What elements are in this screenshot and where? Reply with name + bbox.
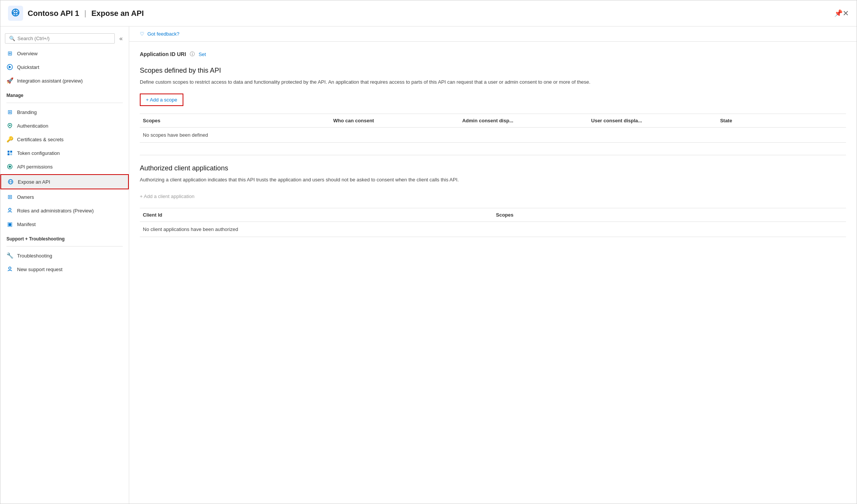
certificates-icon: 🔑 — [6, 136, 13, 143]
authorized-section: Authorized client applications Authorizi… — [140, 164, 846, 237]
sidebar-item-label: Roles and administrators (Preview) — [17, 208, 94, 214]
search-icon: 🔍 — [9, 36, 15, 41]
scopes-desc: Define custom scopes to restrict access … — [140, 78, 670, 86]
sidebar-item-label: Overview — [17, 51, 38, 56]
client-table-header: Client Id Scopes — [140, 208, 846, 222]
authorized-desc: Authorizing a client application indicat… — [140, 176, 670, 184]
support-section-label: Support + Troubleshooting — [0, 231, 129, 244]
sidebar-item-token[interactable]: Token configuration — [0, 146, 129, 160]
svg-rect-6 — [8, 153, 9, 155]
owners-icon: ⊞ — [6, 193, 13, 200]
sidebar-item-manifest[interactable]: ▣ Manifest — [0, 217, 129, 231]
expose-api-icon — [7, 178, 14, 185]
client-id-col-header: Client Id — [140, 212, 493, 218]
scopes-table: Scopes Who can consent Admin consent dis… — [140, 114, 846, 143]
app-icon — [8, 6, 23, 21]
svg-rect-7 — [10, 153, 12, 155]
sidebar-item-branding[interactable]: ⊞ Branding — [0, 105, 129, 119]
manifest-icon: ▣ — [6, 221, 13, 228]
pin-icon[interactable]: 📌 — [834, 9, 843, 17]
authorized-title: Authorized client applications — [140, 164, 846, 172]
sidebar-item-authentication[interactable]: Authentication — [0, 119, 129, 133]
scopes-title: Scopes defined by this API — [140, 67, 846, 75]
roles-icon — [6, 207, 13, 214]
section-divider — [140, 155, 846, 155]
sidebar-item-overview[interactable]: ⊞ Overview — [0, 47, 129, 60]
main-content: ♡ Got feedback? Application ID URI ⓘ Set… — [129, 27, 857, 504]
branding-icon: ⊞ — [6, 109, 13, 115]
integration-icon: 🚀 — [6, 77, 13, 84]
user-consent-col-header: User consent displa... — [588, 118, 717, 123]
sidebar-item-integration[interactable]: 🚀 Integration assistant (preview) — [0, 74, 129, 87]
client-table: Client Id Scopes No client applications … — [140, 208, 846, 237]
svg-rect-4 — [8, 151, 9, 153]
header: Contoso API 1 | Expose an API 📌 ✕ — [0, 0, 857, 27]
sidebar-item-support[interactable]: New support request — [0, 262, 129, 276]
sidebar-item-roles[interactable]: Roles and administrators (Preview) — [0, 204, 129, 217]
feedback-label[interactable]: Got feedback? — [147, 31, 180, 37]
header-title: Contoso API 1 | Expose an API — [28, 9, 830, 18]
svg-point-14 — [9, 267, 11, 269]
app-window: Contoso API 1 | Expose an API 📌 ✕ 🔍 « ⊞ … — [0, 0, 857, 504]
authentication-icon — [6, 122, 13, 129]
token-icon — [6, 150, 13, 156]
support-icon — [6, 266, 13, 273]
scopes-empty-message: No scopes have been defined — [140, 128, 846, 143]
api-permissions-icon — [6, 163, 13, 170]
body: 🔍 « ⊞ Overview Quickstart 🚀 Integration … — [0, 27, 857, 504]
sidebar-item-label: Troubleshooting — [17, 253, 52, 259]
who-can-consent-col-header: Who can consent — [330, 118, 459, 123]
overview-icon: ⊞ — [6, 50, 13, 57]
client-empty-message: No client applications have been authori… — [140, 222, 846, 237]
info-icon: ⓘ — [190, 51, 195, 58]
manage-section-label: Manage — [0, 87, 129, 100]
sidebar-item-label: Certificates & secrets — [17, 137, 64, 142]
scopes-table-header: Scopes Who can consent Admin consent dis… — [140, 114, 846, 128]
sidebar-item-certificates[interactable]: 🔑 Certificates & secrets — [0, 133, 129, 146]
scopes-col-header: Scopes — [140, 118, 330, 123]
sidebar-item-troubleshooting[interactable]: 🔧 Troubleshooting — [0, 249, 129, 262]
sidebar-item-label: Owners — [17, 194, 34, 200]
sidebar-item-label: Branding — [17, 109, 37, 115]
search-input[interactable] — [17, 36, 111, 41]
admin-consent-col-header: Admin consent disp... — [459, 118, 588, 123]
svg-rect-5 — [10, 151, 12, 153]
app-id-uri-set-link[interactable]: Set — [199, 51, 206, 57]
sidebar-item-label: Authentication — [17, 123, 48, 129]
feedback-heart-icon: ♡ — [140, 31, 144, 37]
search-row: 🔍 « — [0, 30, 129, 47]
svg-point-9 — [9, 165, 11, 168]
collapse-button[interactable]: « — [118, 34, 124, 43]
add-scope-button[interactable]: + Add a scope — [140, 94, 183, 106]
sidebar-divider-2 — [6, 246, 123, 247]
sidebar: 🔍 « ⊞ Overview Quickstart 🚀 Integration … — [0, 27, 129, 504]
scopes-section: Scopes defined by this API Define custom… — [140, 67, 846, 143]
close-button[interactable]: ✕ — [843, 9, 849, 18]
client-scopes-col-header: Scopes — [493, 212, 846, 218]
sidebar-item-owners[interactable]: ⊞ Owners — [0, 190, 129, 204]
svg-point-3 — [9, 125, 11, 126]
state-col-header: State — [717, 118, 846, 123]
sidebar-item-label: Token configuration — [17, 150, 60, 156]
sidebar-item-label: API permissions — [17, 164, 53, 170]
add-client-button[interactable]: + Add a client application — [140, 191, 194, 202]
sidebar-item-expose-api[interactable]: Expose an API — [0, 174, 129, 189]
sidebar-item-label: New support request — [17, 267, 63, 272]
troubleshooting-icon: 🔧 — [6, 252, 13, 259]
sidebar-divider — [6, 103, 123, 103]
quickstart-icon — [6, 64, 13, 70]
sidebar-item-api-permissions[interactable]: API permissions — [0, 160, 129, 173]
app-id-uri-row: Application ID URI ⓘ Set — [140, 51, 846, 58]
sidebar-item-label: Quickstart — [17, 64, 39, 70]
sidebar-item-label: Manifest — [17, 222, 36, 227]
sidebar-item-quickstart[interactable]: Quickstart — [0, 60, 129, 74]
search-box[interactable]: 🔍 — [5, 33, 115, 44]
sidebar-item-label: Integration assistant (preview) — [17, 78, 83, 84]
feedback-bar: ♡ Got feedback? — [129, 27, 857, 42]
sidebar-item-label: Expose an API — [18, 179, 50, 185]
content-area: Application ID URI ⓘ Set Scopes defined … — [129, 42, 857, 258]
svg-point-13 — [9, 208, 11, 211]
app-id-uri-label: Application ID URI — [140, 51, 186, 57]
